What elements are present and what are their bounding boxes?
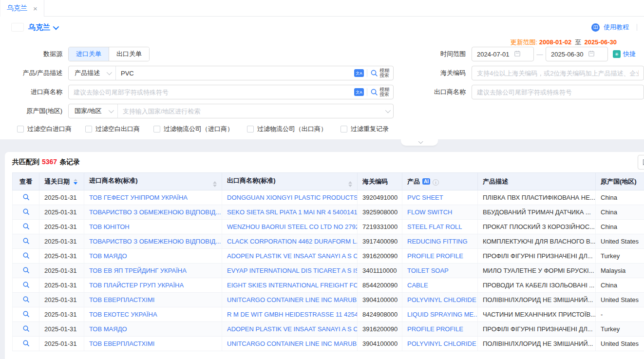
filter-checkbox[interactable]: 过滤空白出口商 — [85, 125, 140, 133]
date-cell: 2025-01-31 — [39, 337, 84, 351]
data-source-label: 数据源 — [5, 50, 68, 58]
calendar-icon[interactable] — [588, 50, 595, 58]
country-name[interactable]: 乌克兰 — [28, 23, 50, 32]
exporter-cell[interactable]: WENZHOU BAORUI STEEL CO LTD NO 2792... — [222, 220, 358, 234]
results-corner-button[interactable] — [638, 155, 644, 170]
importer-cell[interactable]: ТОВ ЕВЕРПЛАСТХІМІ — [84, 293, 222, 307]
fuzzy-label-2: 搜索 — [379, 92, 389, 97]
start-date-input[interactable] — [472, 47, 534, 61]
importer-cell[interactable]: ТОВ ГЕФЕСТ УНІПРОМ УКРАЇНА — [84, 190, 222, 205]
importer-cell[interactable]: ТОВ ПЛАЙСТЕР ГРУП УКРАЇНА — [84, 278, 222, 293]
col-exporter[interactable]: 出口商名称(标准) — [222, 173, 358, 190]
translate-icon[interactable]: 文A — [354, 88, 364, 96]
origin-input[interactable] — [118, 104, 381, 118]
product-cell[interactable]: CABLE — [402, 278, 478, 293]
product-cell[interactable]: STEEL FLAT ROLL — [402, 220, 478, 234]
tutorial-link[interactable]: 使用教程 — [604, 23, 629, 32]
filter-checkbox[interactable]: 过滤物流公司（进口商） — [153, 125, 233, 133]
product-cell[interactable]: POLYVINYL CHLORIDE — [402, 337, 478, 351]
col-product: 产品AIi — [402, 173, 478, 190]
exporter-cell[interactable]: UNITCARGO CONTAINER LINE INC MARUB... — [222, 337, 358, 351]
origin-cell: United States — [596, 293, 644, 307]
checkbox-label: 过滤物流公司（出口商） — [257, 125, 327, 133]
filter-checkbox[interactable]: 过滤物流公司（出口商） — [247, 125, 327, 133]
fuzzy-search-button[interactable]: 模糊搜索 — [370, 68, 389, 78]
exporter-cell[interactable]: EIGHT SKIES INTERNATIONAL FREIGHT FOR... — [222, 278, 358, 293]
view-detail-icon[interactable] — [22, 325, 30, 332]
col-importer[interactable]: 进口商名称(标准) — [84, 173, 222, 190]
origin-type-value: 国家/地区 — [75, 107, 102, 115]
view-detail-icon[interactable] — [22, 237, 30, 245]
product-cell[interactable]: PVC SHEET — [402, 190, 478, 205]
import-manifest-option[interactable]: 进口关单 — [69, 47, 109, 61]
view-detail-icon[interactable] — [22, 266, 30, 274]
sort-icon — [348, 181, 352, 187]
calendar-icon[interactable] — [514, 50, 521, 58]
chevron-down-icon[interactable] — [385, 108, 391, 113]
product-cell[interactable]: REDUCING FITTING — [402, 234, 478, 249]
importer-cell[interactable]: ТОВ МАЯДО — [84, 249, 222, 264]
hs-code-input[interactable] — [472, 66, 644, 80]
exporter-cell[interactable]: SEKO SIETA SRL PIATA 1 MAI NR 4 5400141 … — [222, 205, 358, 220]
exporter-cell[interactable]: ADOPEN PLASTIK VE INSAAT SANAYI A S O... — [222, 249, 358, 264]
chevron-down-icon[interactable] — [53, 23, 59, 30]
exporter-cell[interactable]: ADOPEN PLASTIK VE INSAAT SANAYI A S O... — [222, 322, 358, 337]
product-cell[interactable]: PROFILE PROFILE — [402, 249, 478, 264]
view-detail-icon[interactable] — [22, 208, 30, 215]
product-cell[interactable]: PROFILE PROFILE — [402, 322, 478, 337]
view-detail-icon[interactable] — [22, 223, 30, 230]
tab-ukraine[interactable]: 乌克兰 × — [0, 0, 44, 17]
exporter-cell[interactable]: EVYAP INTERNATIONAL DIS TICARET A S IS..… — [222, 264, 358, 278]
start-date-field[interactable] — [472, 51, 514, 58]
product-cell[interactable]: LIQUID SPRAYING ME... — [402, 307, 478, 322]
hs-code-label: 海关编码 — [394, 69, 472, 77]
product-cell[interactable]: POLYVINYL CHLORIDE — [402, 293, 478, 307]
view-cell — [13, 249, 39, 264]
view-detail-icon[interactable] — [22, 193, 30, 201]
col-date[interactable]: 通关日期 — [39, 173, 84, 190]
checkbox-icon[interactable] — [153, 126, 160, 132]
quick-select-button[interactable]: ✳ 快捷 — [613, 50, 636, 58]
checkbox-icon[interactable] — [341, 126, 347, 132]
view-detail-icon[interactable] — [22, 310, 30, 318]
filter-checkbox[interactable]: 过滤重复记录 — [341, 125, 389, 133]
view-detail-icon[interactable] — [22, 281, 30, 288]
importer-cell[interactable]: ТОВАРИСТВО З ОБМЕЖЕНОЮ ВІДПОВІД... — [84, 205, 222, 220]
table-row: 2025-01-31ТОВ ПЛАЙСТЕР ГРУП УКРАЇНАEIGHT… — [13, 278, 644, 293]
tutorial-icon[interactable] — [591, 23, 600, 32]
product-type-select[interactable]: 产品描述 — [69, 66, 116, 80]
end-date-input[interactable] — [546, 47, 608, 61]
product-cell[interactable]: TOILET SOAP — [402, 264, 478, 278]
product-input[interactable] — [116, 66, 350, 80]
view-detail-icon[interactable] — [22, 340, 30, 347]
exporter-input[interactable] — [472, 85, 644, 99]
filter-checkbox[interactable]: 过滤空白进口商 — [17, 125, 72, 133]
view-detail-icon[interactable] — [22, 252, 30, 259]
hs-code-cell: 7219331000 — [358, 220, 402, 234]
importer-cell[interactable]: ТОВ ЕВЕРПЛАСТХІМІ — [84, 337, 222, 351]
importer-cell[interactable]: ТОВАРИСТВО З ОБМЕЖЕНОЮ ВІДПОВІД... — [84, 234, 222, 249]
product-cell[interactable]: FLOW SWITCH — [402, 205, 478, 220]
close-icon[interactable]: × — [33, 5, 38, 12]
info-icon[interactable]: i — [433, 179, 439, 186]
view-cell — [13, 190, 39, 205]
importer-input[interactable] — [69, 85, 350, 99]
translate-icon[interactable]: 文A — [354, 69, 364, 77]
checkbox-icon[interactable] — [17, 126, 24, 132]
export-manifest-option[interactable]: 出口关单 — [109, 47, 149, 61]
checkbox-icon[interactable] — [247, 126, 254, 132]
fuzzy-search-button[interactable]: 模糊搜索 — [370, 87, 389, 97]
exporter-cell[interactable]: CLACK CORPORATION 4462 DURAFORM L... — [222, 234, 358, 249]
view-detail-icon[interactable] — [22, 296, 30, 303]
end-date-field[interactable] — [546, 51, 588, 58]
exporter-cell[interactable]: R M DE WIT GMBH HEIDESTRASSE 11 4254... — [222, 307, 358, 322]
exporter-cell[interactable]: UNITCARGO CONTAINER LINE INC MARUB... — [222, 293, 358, 307]
importer-cell[interactable]: ТОВ МАЯДО — [84, 322, 222, 337]
origin-type-select[interactable]: 国家/地区 — [69, 104, 118, 118]
checkbox-icon[interactable] — [85, 126, 92, 132]
importer-cell[interactable]: ТОВ ЕВ ЯП ТРЕЙДИНГ УКРАЇНА — [84, 264, 222, 278]
collapse-panel-button[interactable] — [401, 139, 438, 146]
exporter-cell[interactable]: DONGGUAN XIONGYI PLASTIC PRODUCTS ... — [222, 190, 358, 205]
importer-cell[interactable]: ТОВ ЮНІТОН — [84, 220, 222, 234]
importer-cell[interactable]: ТОВ ЕКОТЕС УКРАЇНА — [84, 307, 222, 322]
